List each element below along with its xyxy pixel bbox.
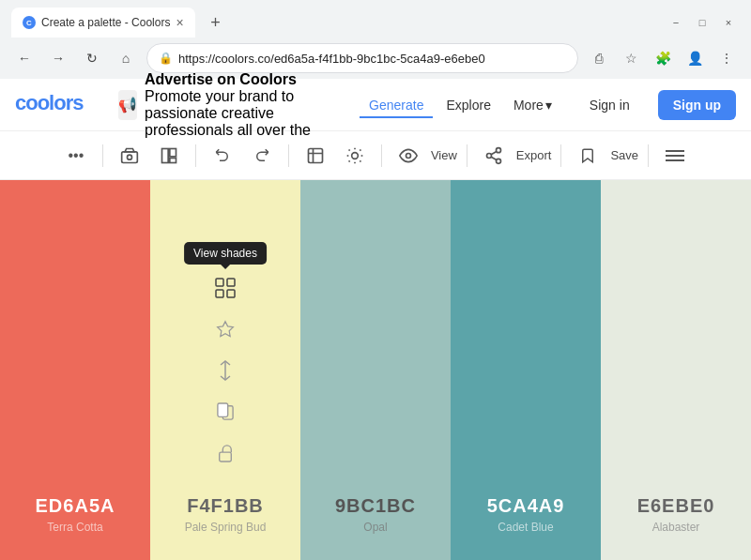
url-bar[interactable]: 🔒 https://coolors.co/ed6a5a-f4f1bb-9bc1b… (146, 43, 578, 73)
separator-2 (195, 144, 196, 167)
url-text: https://coolors.co/ed6a5a-f4f1bb-9bc1bc-… (178, 52, 566, 66)
close-button[interactable]: × (717, 14, 740, 31)
copy-icon[interactable] (211, 398, 239, 426)
favorite-icon[interactable] (211, 315, 239, 343)
browser-tab[interactable]: C Create a palette - Coolors × (11, 8, 195, 38)
maximize-button[interactable]: □ (691, 14, 713, 31)
svg-point-18 (486, 153, 491, 158)
color-swatch-3[interactable]: 5CA4A9Cadet Blue (451, 180, 601, 560)
svg-point-7 (352, 152, 359, 159)
nav-generate[interactable]: Generate (360, 92, 433, 118)
separator-5 (467, 144, 467, 167)
undo-button[interactable] (206, 139, 239, 173)
chevron-down-icon: ▾ (545, 98, 552, 113)
color-hex-4: E6EBE0 (637, 495, 715, 517)
svg-rect-4 (170, 148, 176, 156)
tab-close-button[interactable]: × (176, 16, 183, 29)
svg-text:coolors: coolors (15, 91, 84, 114)
adjust-button[interactable] (299, 139, 332, 173)
save-label[interactable]: Save (610, 148, 638, 162)
home-button[interactable]: ⌂ (113, 45, 139, 71)
more-options-button[interactable]: ••• (59, 139, 93, 173)
svg-line-10 (348, 149, 349, 150)
svg-point-17 (496, 147, 500, 152)
color-name-1: Pale Spring Bud (185, 521, 267, 534)
svg-line-14 (348, 160, 349, 161)
color-swatch-1[interactable]: View shadesF4F1BBPale Spring Bud (150, 180, 300, 560)
swatch-info-2: 9BC1BCOpal (335, 495, 416, 534)
swatch-info-4: E6EBE0Alabaster (637, 495, 715, 534)
camera-button[interactable] (113, 139, 146, 173)
back-button[interactable]: ← (11, 45, 38, 71)
visibility-button[interactable] (391, 139, 425, 173)
brightness-button[interactable] (338, 139, 372, 173)
color-hex-0: ED6A5A (36, 495, 115, 517)
svg-rect-6 (308, 148, 322, 162)
svg-rect-1 (122, 151, 138, 162)
svg-rect-5 (170, 158, 176, 162)
profile-icon[interactable]: 👤 (682, 45, 708, 71)
address-bar-icons: ⎙ ☆ 🧩 👤 ⋮ (586, 45, 740, 71)
hamburger-menu-button[interactable] (658, 139, 692, 173)
bookmark-button[interactable] (571, 139, 605, 173)
svg-marker-29 (218, 321, 234, 336)
extensions-icon[interactable]: 🧩 (650, 45, 676, 71)
svg-point-2 (127, 155, 131, 159)
color-hex-1: F4F1BB (185, 495, 267, 517)
new-tab-button[interactable]: + (203, 9, 229, 36)
export-label[interactable]: Export (516, 148, 552, 162)
nav-more[interactable]: More ▾ (504, 92, 561, 118)
separator-7 (648, 144, 649, 167)
separator-1 (102, 144, 103, 167)
svg-rect-3 (161, 148, 168, 162)
app-header: coolors 📢 Advertise on Coolors Promote y… (0, 79, 751, 131)
separator-3 (288, 144, 289, 167)
view-shades-tooltip: View shades (184, 242, 267, 265)
more-options-icon[interactable]: ⋮ (713, 45, 740, 71)
grid-icon[interactable] (211, 274, 239, 302)
svg-rect-25 (216, 279, 223, 286)
sign-in-button[interactable]: Sign in (576, 92, 643, 118)
svg-line-20 (491, 157, 497, 159)
view-label[interactable]: View (431, 148, 457, 162)
swatch-info-3: 5CA4A9Cadet Blue (487, 495, 565, 534)
nav-links: Generate Explore More ▾ (360, 92, 561, 118)
share-button[interactable] (477, 139, 511, 173)
svg-line-21 (491, 151, 497, 154)
ad-title: Advertise on Coolors (145, 71, 297, 87)
swatch-info-1: F4F1BBPale Spring Bud (185, 495, 267, 534)
color-palette: ED6A5ATerra CottaView shadesF4F1BBPale S… (0, 180, 751, 560)
reload-button[interactable]: ↻ (79, 45, 105, 71)
tab-favicon: C (23, 16, 36, 29)
forward-button[interactable]: → (45, 45, 71, 71)
bookmark-star-icon[interactable]: ☆ (618, 45, 644, 71)
color-swatch-2[interactable]: 9BC1BCOpal (300, 180, 451, 560)
color-name-4: Alabaster (637, 521, 715, 534)
color-swatch-0[interactable]: ED6A5ATerra Cotta (0, 180, 150, 560)
tab-title: Create a palette - Coolors (41, 16, 170, 29)
lock-icon[interactable] (211, 439, 239, 467)
color-name-3: Cadet Blue (487, 521, 565, 534)
svg-rect-28 (227, 290, 235, 297)
redo-button[interactable] (245, 139, 279, 173)
resize-icon[interactable] (211, 356, 239, 385)
address-bar: ← → ↻ ⌂ 🔒 https://coolors.co/ed6a5a-f4f1… (0, 38, 751, 79)
ad-banner: 📢 Advertise on Coolors Promote your bran… (118, 71, 345, 139)
layout-button[interactable] (152, 139, 186, 173)
color-swatch-4[interactable]: E6EBE0Alabaster (601, 180, 751, 560)
separator-6 (560, 144, 561, 167)
svg-point-19 (496, 159, 500, 163)
cast-icon[interactable]: ⎙ (586, 45, 612, 71)
color-hex-3: 5CA4A9 (487, 495, 565, 517)
view-shades-wrap: View shades (211, 274, 239, 302)
ad-body: Promote your brand to passionate creativ… (145, 88, 311, 138)
nav-explore[interactable]: Explore (437, 92, 499, 118)
swatch-controls: View shades (211, 274, 239, 467)
sign-up-button[interactable]: Sign up (658, 90, 736, 120)
svg-line-11 (360, 160, 360, 161)
logo[interactable]: coolors (15, 89, 100, 121)
svg-rect-32 (218, 403, 228, 416)
svg-rect-26 (227, 279, 235, 286)
swatch-info-0: ED6A5ATerra Cotta (36, 495, 115, 534)
minimize-button[interactable]: − (665, 14, 687, 31)
